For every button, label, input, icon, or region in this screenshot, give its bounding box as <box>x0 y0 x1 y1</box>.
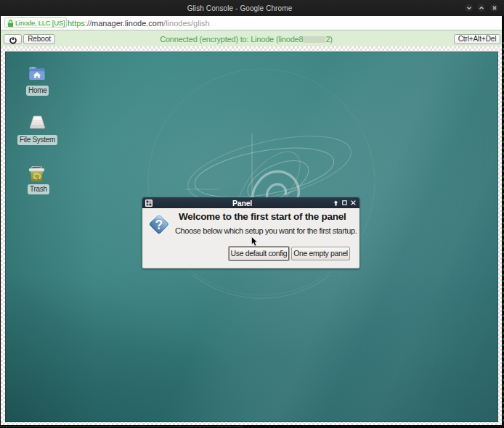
svg-text:?: ? <box>155 218 163 232</box>
